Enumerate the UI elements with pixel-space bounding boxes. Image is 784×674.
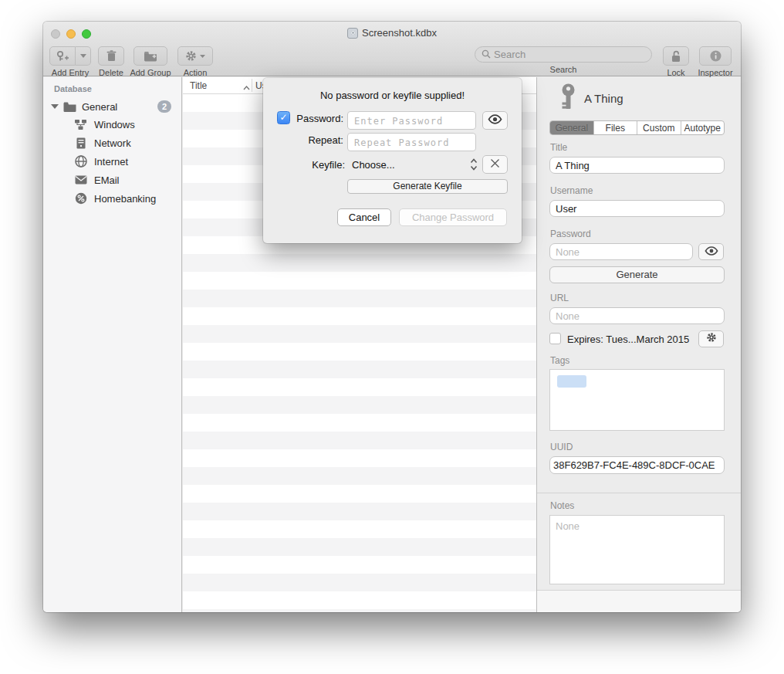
toolbar-add-entry: Add Entry	[48, 46, 93, 77]
generate-password-button[interactable]: Generate	[549, 266, 725, 283]
trash-icon	[106, 50, 117, 62]
chevron-down-icon	[80, 54, 86, 58]
keyfile-popup-value[interactable]: Choose...	[352, 159, 395, 171]
toolbar-action: Action	[176, 46, 215, 77]
generate-keyfile-button[interactable]: Generate Keyfile	[347, 179, 508, 194]
inspector-label: Inspector	[694, 68, 737, 77]
action-button[interactable]	[177, 46, 213, 66]
change-password-dialog: No password or keyfile supplied! ✓ Passw…	[263, 78, 522, 243]
password-field[interactable]	[549, 243, 693, 260]
sidebar-item-network[interactable]: Network	[43, 134, 181, 152]
gear-icon	[706, 332, 717, 346]
disclosure-triangle-icon[interactable]	[51, 104, 59, 109]
tab-general[interactable]: General	[550, 121, 594, 134]
column-divider[interactable]	[252, 79, 252, 92]
cancel-button[interactable]: Cancel	[337, 208, 391, 226]
dialog-password-input[interactable]	[347, 111, 476, 130]
entry-count-badge: 2	[157, 100, 171, 113]
search-icon	[482, 48, 491, 62]
sidebar-item-label: Homebanking	[94, 193, 156, 205]
info-circle-icon	[710, 50, 721, 62]
uuid-field-label: UUID	[550, 442, 573, 452]
notes-field-label: Notes	[550, 500, 574, 511]
clear-keyfile-button[interactable]	[482, 155, 508, 174]
sidebar-section-header: Database	[54, 84, 181, 93]
inspector-footer	[537, 590, 741, 612]
delete-label: Delete	[96, 68, 127, 77]
open-padlock-icon	[671, 50, 681, 63]
sort-ascending-icon	[243, 82, 250, 93]
eye-icon	[488, 113, 502, 127]
title-field[interactable]	[549, 157, 725, 174]
search-field[interactable]	[475, 46, 652, 63]
dialog-message: No password or keyfile supplied!	[263, 90, 522, 101]
sidebar-item-homebanking[interactable]: Homebanking	[43, 189, 181, 208]
titlebar-toolbar: Screenshot.kdbx Add Entry	[43, 22, 741, 76]
search-input[interactable]	[494, 49, 645, 60]
title-field-label: Title	[550, 142, 567, 153]
window-title: Screenshot.kdbx	[362, 27, 437, 39]
dialog-password-label: Password:	[292, 113, 343, 124]
window-title-row: Screenshot.kdbx	[43, 27, 741, 39]
document-icon	[347, 28, 358, 39]
toolbar-inspector: Inspector	[694, 46, 737, 77]
add-group-label: Add Group	[127, 68, 174, 77]
entry-title: A Thing	[584, 92, 623, 105]
add-group-button[interactable]	[133, 46, 167, 66]
add-entry-button[interactable]	[49, 46, 76, 66]
sidebar-item-windows[interactable]: Windows	[43, 115, 181, 134]
sidebar-item-general[interactable]: General 2	[43, 98, 181, 115]
tab-autotype[interactable]: Autotype	[681, 121, 725, 134]
username-field-label: Username	[550, 185, 593, 196]
sidebar-item-email[interactable]: EMail	[43, 171, 181, 189]
expires-settings-button[interactable]	[698, 330, 724, 347]
dialog-repeat-input[interactable]	[347, 133, 476, 151]
lock-button[interactable]	[663, 46, 689, 66]
sidebar-item-label: EMail	[94, 174, 120, 186]
inspector-tabs: General Files Custom Autotype	[549, 120, 725, 135]
sidebar-item-label: Network	[94, 137, 131, 149]
sidebar-item-label: General	[82, 101, 117, 113]
tab-custom[interactable]: Custom	[637, 121, 681, 134]
percent-circle-icon	[74, 192, 87, 205]
uuid-field[interactable]	[549, 456, 725, 474]
toolbar-lock: Lock	[661, 46, 691, 77]
sidebar: Database General 2 Windows Network	[43, 77, 182, 612]
tag-chip[interactable]	[557, 375, 586, 388]
sidebar-item-label: Internet	[94, 156, 128, 168]
inspector-divider	[537, 493, 741, 493]
app-window: Screenshot.kdbx Add Entry	[43, 22, 741, 612]
x-icon	[490, 157, 500, 171]
folder-plus-icon	[144, 51, 157, 62]
tags-box[interactable]	[549, 369, 725, 431]
delete-button[interactable]	[98, 46, 124, 66]
add-entry-dropdown-button[interactable]	[76, 46, 91, 66]
toolbar-delete: Delete	[96, 46, 127, 77]
eye-icon	[705, 245, 718, 259]
key-plus-icon	[56, 50, 69, 63]
expires-checkbox[interactable]	[549, 333, 561, 344]
toolbar-search: Search	[475, 46, 652, 74]
password-checkbox[interactable]: ✓	[277, 111, 290, 124]
dialog-reveal-password-button[interactable]	[482, 111, 508, 130]
sidebar-item-internet[interactable]: Internet	[43, 152, 181, 171]
stepper-arrows-icon[interactable]	[470, 157, 478, 174]
username-field[interactable]	[549, 200, 725, 217]
search-label: Search	[475, 65, 652, 74]
notes-box[interactable]: None	[549, 515, 725, 584]
password-field-label: Password	[550, 229, 591, 239]
gear-icon	[185, 50, 197, 62]
notes-placeholder: None	[556, 520, 580, 532]
key-icon	[560, 83, 576, 114]
check-icon: ✓	[279, 112, 287, 123]
inspector-panel: A Thing General Files Custom Autotype Ti…	[536, 77, 741, 612]
url-field[interactable]	[549, 307, 725, 324]
inspector-button[interactable]	[699, 46, 732, 66]
add-entry-label: Add Entry	[48, 68, 93, 77]
sidebar-item-label: Windows	[94, 119, 135, 130]
change-password-button[interactable]: Change Password	[399, 208, 507, 226]
tab-files[interactable]: Files	[594, 121, 638, 134]
dialog-repeat-label: Repeat:	[292, 134, 343, 146]
reveal-password-button[interactable]	[698, 243, 724, 260]
column-header-title[interactable]: Title	[190, 80, 207, 91]
